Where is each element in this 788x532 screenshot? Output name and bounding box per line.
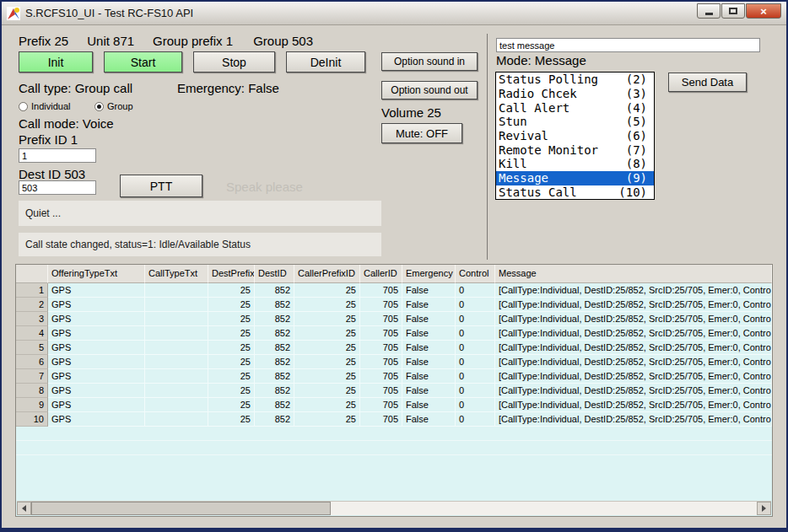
grid-cell[interactable]: 705: [360, 326, 402, 341]
maximize-button[interactable]: [721, 3, 745, 19]
grid-cell[interactable]: 25: [208, 398, 255, 412]
grid-cell[interactable]: 25: [208, 355, 255, 369]
grid-cell[interactable]: 852: [255, 326, 294, 341]
grid-cell[interactable]: 705: [360, 412, 402, 427]
list-item-call-alert[interactable]: Call Alert(4): [496, 100, 654, 115]
grid-cell[interactable]: False: [402, 312, 456, 326]
grid-cell[interactable]: 852: [255, 312, 294, 326]
row-header[interactable]: 6: [16, 355, 48, 369]
grid-cell[interactable]: 0: [456, 341, 495, 355]
column-header-calltypetxt[interactable]: CallTypeTxt: [145, 265, 208, 283]
grid-cell[interactable]: [CallType:Individual, DestID:25/852, Src…: [495, 369, 772, 384]
column-header-offeringtypetxt[interactable]: OfferingTypeTxt: [48, 265, 145, 283]
grid-cell[interactable]: 0: [456, 298, 495, 312]
radio-group[interactable]: Group: [94, 101, 133, 111]
grid-cell[interactable]: 0: [456, 283, 495, 298]
scroll-right-button[interactable]: [757, 502, 771, 515]
close-button[interactable]: ×: [746, 3, 781, 19]
deinit-button[interactable]: DeInit: [286, 51, 365, 73]
grid-cell[interactable]: 852: [255, 384, 294, 398]
grid-cell[interactable]: [CallType:Individual, DestID:25/852, Src…: [495, 326, 772, 341]
grid-cell[interactable]: False: [402, 341, 456, 355]
grid-cell[interactable]: 25: [294, 398, 360, 412]
row-header[interactable]: 4: [16, 326, 48, 341]
grid-cell[interactable]: [145, 326, 208, 341]
grid-cell[interactable]: 705: [360, 355, 402, 369]
grid-cell[interactable]: 705: [360, 298, 402, 312]
grid-cell[interactable]: [CallType:Individual, DestID:25/852, Src…: [495, 412, 772, 427]
table-row[interactable]: 2GPS2585225705False0[CallType:Individual…: [16, 298, 772, 312]
grid-cell[interactable]: 852: [255, 298, 294, 312]
grid-cell[interactable]: 705: [360, 369, 402, 384]
grid-cell[interactable]: 852: [255, 412, 294, 427]
grid-cell[interactable]: 852: [255, 341, 294, 355]
table-row[interactable]: 7GPS2585225705False0[CallType:Individual…: [16, 369, 772, 384]
table-row[interactable]: 8GPS2585225705False0[CallType:Individual…: [16, 384, 772, 398]
grid-cell[interactable]: False: [402, 384, 456, 398]
grid-cell[interactable]: 25: [208, 412, 255, 427]
grid-cell[interactable]: 0: [456, 412, 495, 427]
dest-id-input[interactable]: [19, 180, 96, 195]
grid-cell[interactable]: False: [402, 283, 456, 298]
grid-cell[interactable]: GPS: [48, 355, 145, 369]
grid-cell[interactable]: GPS: [48, 412, 145, 427]
table-row[interactable]: 5GPS2585225705False0[CallType:Individual…: [16, 341, 772, 355]
column-header-emergency[interactable]: Emergency: [402, 265, 456, 283]
grid-cell[interactable]: [CallType:Individual, DestID:25/852, Src…: [495, 283, 772, 298]
grid-cell[interactable]: 25: [294, 355, 360, 369]
send-data-button[interactable]: Send Data: [668, 73, 747, 92]
grid-cell[interactable]: 705: [360, 398, 402, 412]
grid-cell[interactable]: GPS: [48, 369, 145, 384]
grid-cell[interactable]: 0: [456, 312, 495, 326]
grid-cell[interactable]: [CallType:Individual, DestID:25/852, Src…: [495, 298, 772, 312]
row-header[interactable]: 5: [16, 341, 48, 355]
start-button[interactable]: Start: [104, 51, 182, 73]
grid-cell[interactable]: GPS: [48, 312, 145, 326]
grid-cell[interactable]: 25: [294, 384, 360, 398]
table-row[interactable]: 1GPS2585225705False0[CallType:Individual…: [16, 283, 772, 298]
grid-cell[interactable]: 25: [294, 369, 360, 384]
grid-cell[interactable]: GPS: [48, 384, 145, 398]
option-sound-out-button[interactable]: Option sound out: [381, 81, 478, 99]
stop-button[interactable]: Stop: [193, 51, 275, 73]
list-item-message[interactable]: Message(9): [496, 171, 654, 185]
list-item-remote-monitor[interactable]: Remote Monitor(7): [496, 142, 654, 157]
titlebar[interactable]: S.RCFS10_UI - Test RC-FS10 API ×: [2, 2, 786, 25]
list-item-status-polling[interactable]: Status Polling(2): [496, 73, 654, 87]
row-header[interactable]: 7: [16, 369, 48, 384]
list-item-status-call[interactable]: Status Call(10): [496, 185, 654, 200]
row-header[interactable]: 9: [16, 398, 48, 412]
ptt-button[interactable]: PTT: [120, 175, 202, 197]
option-sound-in-button[interactable]: Option sound in: [381, 52, 478, 71]
list-item-stun[interactable]: Stun(5): [496, 115, 654, 129]
table-row[interactable]: 10GPS2585225705False0[CallType:Individua…: [16, 412, 772, 427]
grid-cell[interactable]: [145, 283, 208, 298]
column-header-destid[interactable]: DestID: [255, 265, 294, 283]
list-item-radio-chcek[interactable]: Radio Chcek(3): [496, 87, 654, 101]
grid-cell[interactable]: False: [402, 326, 456, 341]
grid-cell[interactable]: GPS: [48, 398, 145, 412]
grid-cell[interactable]: GPS: [48, 326, 145, 341]
grid-cell[interactable]: 0: [456, 369, 495, 384]
row-header[interactable]: 3: [16, 312, 48, 326]
grid-cell[interactable]: False: [402, 355, 456, 369]
minimize-button[interactable]: [697, 3, 721, 19]
grid-cell[interactable]: 25: [208, 283, 255, 298]
grid-cell[interactable]: [145, 412, 208, 427]
grid-cell[interactable]: 25: [208, 369, 255, 384]
grid-cell[interactable]: 25: [208, 312, 255, 326]
grid-cell[interactable]: [145, 341, 208, 355]
table-row[interactable]: 6GPS2585225705False0[CallType:Individual…: [16, 355, 772, 369]
grid-cell[interactable]: 25: [294, 298, 360, 312]
horizontal-scrollbar[interactable]: [17, 501, 771, 515]
grid-cell[interactable]: 705: [360, 283, 402, 298]
grid-cell[interactable]: [145, 398, 208, 412]
grid-cell[interactable]: 25: [208, 298, 255, 312]
grid-cell[interactable]: False: [402, 398, 456, 412]
column-header-callerid[interactable]: CallerID: [360, 265, 402, 283]
column-header-control[interactable]: Control: [456, 265, 495, 283]
grid-cell[interactable]: False: [402, 298, 456, 312]
grid-cell[interactable]: 705: [360, 341, 402, 355]
grid-cell[interactable]: 25: [294, 312, 360, 326]
grid-cell[interactable]: [CallType:Individual, DestID:25/852, Src…: [495, 355, 772, 369]
